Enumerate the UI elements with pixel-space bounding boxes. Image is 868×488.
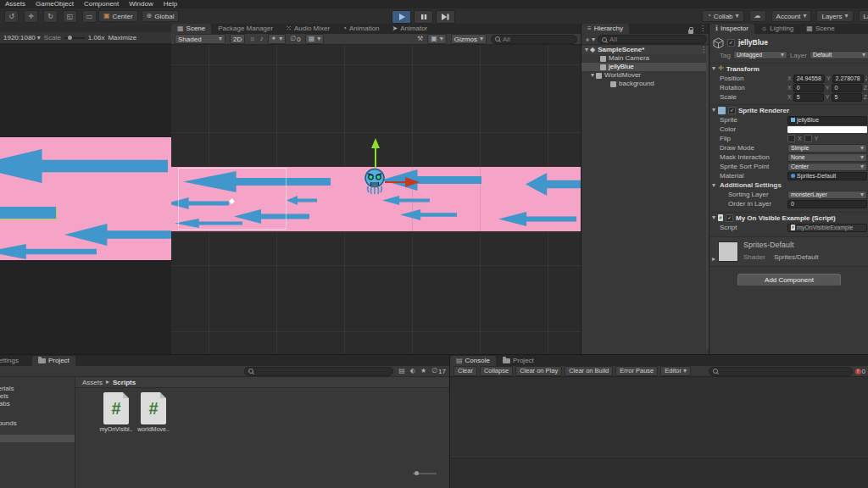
move-tool-button[interactable]: ✛: [24, 10, 38, 23]
tree-item-scripts[interactable]: Scripts: [0, 435, 75, 442]
tab-project[interactable]: Project: [32, 356, 75, 366]
favorites-filter-icon[interactable]: ★: [420, 368, 426, 374]
shading-dropdown[interactable]: Shaded▾: [175, 34, 225, 44]
aspect-dropdown[interactable]: 1920:1080▾: [3, 34, 41, 42]
editor-dropdown[interactable]: Editor▾: [660, 366, 691, 376]
camera-dropdown[interactable]: ▣▾: [427, 34, 447, 44]
menu-component[interactable]: Component: [79, 0, 124, 8]
tab-hierarchy[interactable]: ≡Hierarchy: [581, 24, 629, 34]
gizmo-x-arrowhead[interactable]: [405, 177, 420, 187]
gizmo-y-arrowhead[interactable]: [371, 138, 380, 148]
tab-scene[interactable]: ▦Scene: [171, 24, 211, 34]
clear-on-play-button[interactable]: Clear on Play: [515, 366, 562, 376]
pivot-toggle-button[interactable]: ▣Center: [98, 10, 138, 22]
step-button[interactable]: [436, 10, 455, 24]
layer-dropdown[interactable]: Default▾: [810, 51, 868, 59]
scale-slider[interactable]: [64, 37, 85, 39]
script-object-field[interactable]: # myOnVisibleExample: [787, 224, 867, 232]
error-pause-button[interactable]: Error Pause: [615, 366, 658, 376]
hand-tool-button[interactable]: ↺: [4, 10, 19, 23]
asset-item[interactable]: # myOnVisibl..: [97, 392, 135, 432]
rotate-tool-button[interactable]: ↻: [43, 10, 58, 23]
tree-item-all-models[interactable]: All Models: [0, 392, 75, 400]
object-name-field[interactable]: jellyBlue: [738, 38, 768, 47]
label-filter-icon[interactable]: ⬖: [410, 368, 415, 374]
account-dropdown[interactable]: Account▾: [771, 10, 812, 22]
tree-item-scenes[interactable]: Scenes: [0, 427, 75, 435]
tree-item-assets[interactable]: Assets: [0, 412, 75, 419]
active-checkbox[interactable]: ✓: [727, 39, 735, 47]
shader-value[interactable]: Sprites/Default: [774, 253, 818, 261]
scale-x-field[interactable]: 5: [793, 93, 824, 102]
flip-y-checkbox[interactable]: [804, 135, 812, 142]
package-filter-icon[interactable]: ▤: [398, 368, 405, 374]
flip-x-checkbox[interactable]: [787, 135, 795, 142]
menu-help[interactable]: Help: [159, 0, 182, 8]
position-x-field[interactable]: 24.94558: [793, 75, 825, 83]
component-checkbox[interactable]: ✓: [726, 214, 733, 222]
tool-settings-icon[interactable]: ⚒: [417, 36, 423, 42]
hidden-count-button[interactable]: ∅17: [431, 368, 446, 375]
maximize-toggle[interactable]: Maximize: [108, 34, 136, 42]
scene-viewport[interactable]: [171, 45, 581, 354]
lighting-toggle-icon[interactable]: ☼: [249, 36, 255, 42]
sprite-object-field[interactable]: jellyBlue: [787, 116, 867, 125]
hierarchy-item-worldmover[interactable]: ▾ WorldMover: [581, 71, 709, 80]
tree-item-backgrounds[interactable]: Backgrounds: [0, 419, 75, 427]
layers-dropdown[interactable]: Layers▾: [816, 10, 853, 22]
material-preview-block[interactable]: ▸ Sprites-Default Shader Sprites/Default: [709, 236, 868, 267]
asset-item[interactable]: # worldMove..: [135, 392, 172, 432]
tab-console[interactable]: ▤Console: [450, 356, 496, 366]
space-toggle-button[interactable]: ⊕Global: [142, 10, 180, 22]
gizmo-x-axis[interactable]: [385, 181, 405, 183]
mask-interaction-dropdown[interactable]: None▾: [787, 153, 867, 162]
pause-button[interactable]: [414, 10, 433, 24]
add-component-button[interactable]: Add Component: [737, 274, 841, 286]
tab-scene-settings[interactable]: ▦Scene: [800, 24, 840, 34]
hierarchy-item-background[interactable]: background: [581, 80, 709, 88]
hierarchy-search-input[interactable]: All: [598, 35, 707, 44]
console-detail-pane[interactable]: [450, 458, 868, 488]
gizmos-dropdown[interactable]: Gizmos▾: [451, 34, 487, 44]
hidden-objects-button[interactable]: ∅0: [290, 36, 300, 43]
rect-tool-button[interactable]: ▭: [82, 10, 97, 23]
tab-animator[interactable]: ➤Animator: [387, 24, 434, 34]
menu-window[interactable]: Window: [124, 0, 158, 8]
cloud-button[interactable]: ☁: [749, 10, 766, 22]
material-object-field[interactable]: Sprites-Default: [787, 172, 867, 180]
console-log-list[interactable]: [450, 377, 868, 457]
tag-dropdown[interactable]: Untagged▾: [733, 51, 787, 59]
order-in-layer-field[interactable]: 0: [787, 200, 867, 208]
rotation-x-field[interactable]: 0: [793, 84, 824, 92]
breadcrumb-scripts[interactable]: Scripts: [113, 379, 136, 386]
error-count-badge[interactable]: ! 0: [855, 368, 865, 375]
sprite-renderer-header[interactable]: ▾ ✓ Sprite Renderer: [709, 104, 868, 115]
jellyblue-monster-sprite[interactable]: [364, 168, 387, 195]
layout-dropdown[interactable]: La: [859, 10, 868, 22]
position-y-field[interactable]: 2.278078: [832, 75, 864, 83]
hierarchy-scene-row[interactable]: ▾ ◆ SampleScene* ⋮: [581, 46, 709, 54]
component-checkbox[interactable]: ✓: [728, 107, 736, 114]
grid-dropdown[interactable]: ▦▾: [305, 34, 325, 44]
additional-settings-foldout[interactable]: ▾ Additional Settings: [709, 180, 868, 190]
kebab-menu-icon[interactable]: ⋮: [699, 24, 706, 34]
console-search-input[interactable]: [709, 367, 853, 376]
lock-icon[interactable]: [688, 30, 693, 34]
breadcrumb-assets[interactable]: Assets: [82, 379, 103, 386]
effects-dropdown[interactable]: ✦▾: [268, 34, 287, 44]
tree-item-all-materials[interactable]: All Materials: [0, 385, 75, 392]
collapse-button[interactable]: Collapse: [480, 366, 513, 376]
project-search-input[interactable]: [244, 367, 393, 376]
scene-search-input[interactable]: All: [491, 35, 577, 44]
tab-audio-mixer[interactable]: ⁙Audio Mixer: [280, 24, 336, 34]
tab-inspector[interactable]: ℹInspector: [709, 24, 754, 34]
transform-component-header[interactable]: ▾ ✛ Transform: [709, 63, 868, 74]
scale-y-field[interactable]: 5: [832, 93, 862, 102]
tree-item-packages[interactable]: Packages: [0, 446, 75, 453]
2d-toggle[interactable]: 2D: [230, 34, 245, 44]
draw-mode-dropdown[interactable]: Simple▾: [787, 144, 867, 152]
menu-assets[interactable]: Assets: [0, 0, 31, 8]
audio-toggle-icon[interactable]: ♪: [260, 36, 264, 42]
clear-on-build-button[interactable]: Clear on Build: [565, 366, 613, 376]
thumbnail-size-slider[interactable]: [413, 473, 437, 474]
